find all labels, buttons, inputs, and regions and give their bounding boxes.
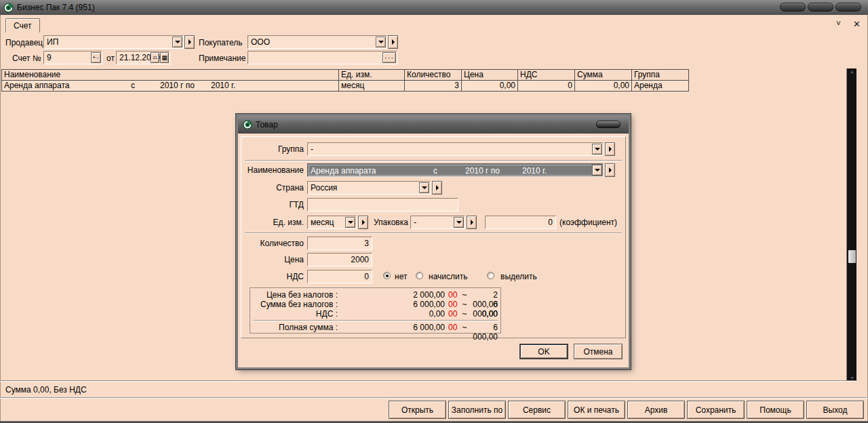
service-button[interactable]: Сервис bbox=[508, 401, 566, 419]
title-bar: Бизнес Пак 7.4 (951) bbox=[0, 0, 868, 15]
fill-by-button[interactable]: Заполнить по bbox=[448, 401, 506, 419]
app-window: Бизнес Пак 7.4 (951) Счет ˅ ✕ Продавец И… bbox=[0, 0, 868, 423]
totals-cents: 00 bbox=[445, 300, 460, 309]
column-header-sum[interactable]: Сумма bbox=[574, 69, 632, 81]
group-combobox[interactable]: - bbox=[307, 142, 604, 156]
vat-value: 0 bbox=[364, 272, 369, 281]
country-combobox[interactable]: Россия bbox=[307, 181, 431, 195]
calendar-date-icon[interactable]: 21 bbox=[151, 52, 159, 63]
pack-combobox[interactable]: - bbox=[410, 216, 465, 229]
seller-open-button[interactable] bbox=[184, 35, 195, 49]
seller-dropdown-icon[interactable] bbox=[172, 37, 182, 47]
table-row[interactable]: Аренда аппарата с 2010 г по 2010 г. меся… bbox=[1, 80, 689, 92]
invoice-number-value: 9 bbox=[47, 53, 52, 62]
column-header-vat[interactable]: НДС bbox=[517, 69, 575, 81]
totals-panel: Цена без налогов : 2 000,00 00 ~ 2 000,0… bbox=[250, 287, 501, 334]
coefficient-input[interactable]: 0 bbox=[485, 216, 556, 229]
row-name-cell[interactable]: Аренда аппарата с 2010 г по 2010 г. bbox=[1, 80, 339, 92]
ok-and-print-button[interactable]: ОК и печать bbox=[568, 401, 625, 419]
buyer-open-button[interactable] bbox=[388, 35, 398, 49]
vat-input[interactable]: 0 bbox=[307, 270, 372, 283]
invoice-number-input[interactable]: 9 +→ bbox=[43, 51, 102, 64]
column-header-qty[interactable]: Количество bbox=[404, 69, 462, 81]
name-label: Наименование bbox=[241, 165, 304, 175]
note-input[interactable]: ··· bbox=[248, 51, 397, 64]
row-group-cell[interactable]: Аренда bbox=[631, 80, 689, 92]
exit-button[interactable]: Выход bbox=[806, 401, 864, 419]
tilde-icon: ~ bbox=[460, 300, 469, 309]
ellipsis-button[interactable]: ··· bbox=[382, 52, 396, 63]
row-sum-cell[interactable]: 0,00 bbox=[574, 80, 632, 92]
ok-button[interactable]: OK bbox=[519, 344, 568, 359]
buyer-combobox[interactable]: ООО bbox=[248, 35, 387, 49]
auto-number-icon[interactable]: +→ bbox=[91, 52, 101, 63]
minimize-button[interactable] bbox=[780, 3, 806, 12]
group-open-button[interactable] bbox=[605, 142, 615, 156]
row-vat-cell[interactable]: 0 bbox=[517, 80, 575, 92]
vertical-scrollbar[interactable]: ▲ ▼ bbox=[846, 68, 856, 382]
row-to: 2010 г. bbox=[211, 81, 235, 91]
unit-combobox[interactable]: месяц bbox=[307, 216, 357, 229]
gtd-input[interactable] bbox=[307, 198, 458, 212]
unit-open-button[interactable] bbox=[358, 216, 368, 229]
calendar-grid-icon[interactable]: ▦ bbox=[160, 52, 169, 63]
open-button[interactable]: Открыть bbox=[389, 401, 446, 419]
cancel-button[interactable]: Отмена bbox=[574, 344, 623, 359]
archive-button[interactable]: Архив bbox=[627, 401, 685, 419]
column-header-price[interactable]: Цена bbox=[461, 69, 518, 81]
close-button[interactable] bbox=[835, 3, 861, 12]
name-to: 2010 г. bbox=[522, 165, 547, 176]
pack-dropdown-icon[interactable] bbox=[454, 217, 464, 228]
tab-close-icon[interactable]: ✕ bbox=[853, 19, 861, 29]
price-value: 2000 bbox=[351, 255, 369, 264]
tab-menu-chevron-icon[interactable]: ˅ bbox=[836, 19, 841, 28]
dialog-title-bar: Товар bbox=[238, 116, 629, 134]
name-dropdown-icon[interactable] bbox=[592, 165, 602, 176]
seller-combobox[interactable]: ИП bbox=[43, 35, 184, 49]
tab-invoice[interactable]: Счет bbox=[5, 18, 40, 33]
help-button[interactable]: Помощь bbox=[747, 401, 804, 419]
items-table-header: Наименование Ед. изм. Количество Цена НД… bbox=[1, 69, 689, 81]
name-from: 2010 г по bbox=[465, 165, 500, 176]
group-dropdown-icon[interactable] bbox=[592, 144, 602, 155]
row-unit-cell[interactable]: месяц bbox=[338, 80, 405, 92]
column-header-group[interactable]: Группа bbox=[631, 69, 689, 81]
unit-dropdown-icon[interactable] bbox=[345, 217, 355, 228]
scroll-up-icon[interactable]: ▲ bbox=[847, 68, 857, 75]
price-input[interactable]: 2000 bbox=[307, 253, 372, 266]
buyer-value: ООО bbox=[251, 37, 270, 47]
invoice-date-input[interactable]: 21.12.2010 21 ▦ bbox=[116, 51, 170, 64]
country-label: Страна bbox=[241, 183, 304, 193]
quantity-input[interactable]: 3 bbox=[307, 237, 372, 250]
column-header-unit[interactable]: Ед. изм. bbox=[338, 69, 405, 81]
ok-button-label: OK bbox=[538, 347, 549, 357]
country-dropdown-icon[interactable] bbox=[419, 182, 429, 193]
scrollbar-thumb[interactable] bbox=[848, 250, 856, 263]
buyer-dropdown-icon[interactable] bbox=[376, 37, 386, 47]
dialog-client-area: Группа - Наименование Аренда аппарата с … bbox=[238, 134, 629, 367]
name-combobox[interactable]: Аренда аппарата с 2010 г по 2010 г. bbox=[307, 163, 604, 177]
totals-value2: 2 000,00 bbox=[469, 290, 500, 300]
separator bbox=[0, 380, 857, 382]
archive-button-label: Архив bbox=[645, 405, 668, 415]
pack-label: Упаковка bbox=[374, 218, 408, 227]
separator bbox=[245, 160, 622, 161]
row-qty-cell[interactable]: 3 bbox=[404, 80, 462, 92]
country-open-button[interactable] bbox=[432, 181, 442, 195]
column-header-name[interactable]: Наименование bbox=[1, 69, 339, 81]
vat-extract-radio[interactable] bbox=[487, 272, 494, 279]
pack-open-button[interactable] bbox=[467, 216, 477, 229]
row-price-cell[interactable]: 0,00 bbox=[461, 80, 518, 92]
name-open-button[interactable] bbox=[605, 163, 615, 177]
vat-add-radio[interactable] bbox=[416, 272, 423, 279]
fill-by-button-label: Заполнить по bbox=[452, 405, 502, 415]
maximize-button[interactable] bbox=[808, 3, 833, 12]
dialog-minimize-button[interactable] bbox=[596, 121, 620, 128]
totals-row-vat: НДС : 0,00 00 ~ 0,00 bbox=[250, 309, 500, 319]
cancel-button-label: Отмена bbox=[583, 347, 612, 357]
dialog-title: Товар bbox=[256, 120, 278, 129]
vat-none-radio[interactable] bbox=[383, 272, 391, 279]
quantity-value: 3 bbox=[364, 239, 369, 248]
save-button[interactable]: Сохранить bbox=[687, 401, 745, 419]
save-button-label: Сохранить bbox=[696, 405, 736, 415]
